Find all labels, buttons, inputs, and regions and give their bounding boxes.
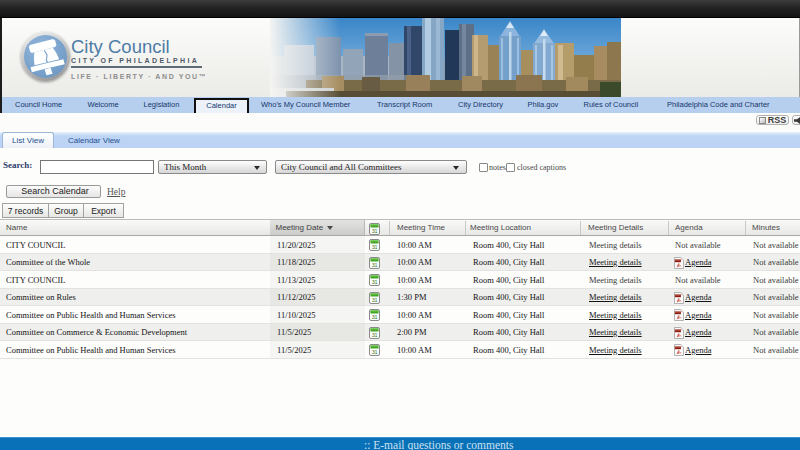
svg-text:31: 31 [372, 228, 378, 234]
svg-text:31: 31 [372, 297, 378, 303]
svg-text:31: 31 [372, 349, 378, 355]
svg-text:31: 31 [372, 244, 378, 250]
svg-text:31: 31 [372, 279, 378, 285]
svg-text:31: 31 [372, 332, 378, 338]
svg-text:31: 31 [372, 262, 378, 268]
svg-text:31: 31 [372, 314, 378, 320]
